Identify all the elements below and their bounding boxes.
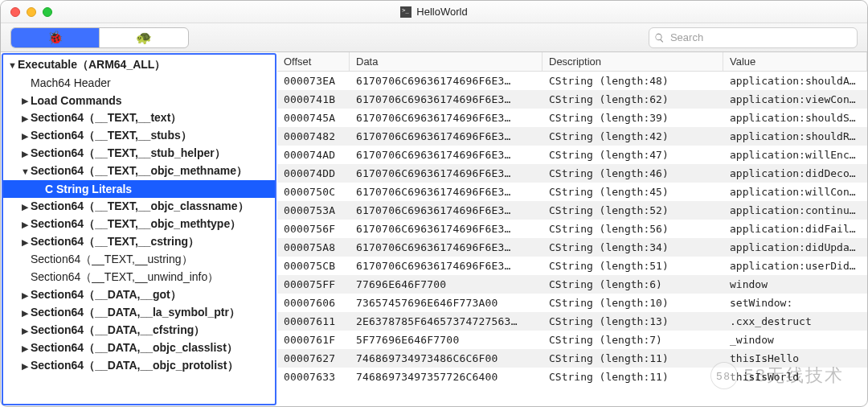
- table-row[interactable]: 000075A86170706C69636174696F6E3…CString …: [277, 238, 867, 257]
- sidebar-item[interactable]: ▶Section64（__TEXT,__unwind_info）: [3, 269, 275, 286]
- sidebar-item-label: Section64（__TEXT,__ustring）: [31, 253, 193, 267]
- sidebar-item[interactable]: ▶Section64（__DATA,__la_symbol_ptr）: [3, 304, 275, 322]
- table-row[interactable]: 0000763374686973497357726C6400CString (l…: [277, 368, 867, 386]
- cell-value: thisIsWorld: [723, 368, 867, 385]
- disclosure-spacer: ▶: [35, 184, 43, 195]
- col-header-offset[interactable]: Offset: [277, 52, 350, 71]
- table-row[interactable]: 0000760673657457696E646F773A00CString (l…: [277, 294, 867, 312]
- table-row[interactable]: 0000756F6170706C69636174696F6E3…CString …: [277, 220, 867, 238]
- cell-description: CString (length:52): [542, 202, 723, 219]
- sidebar-item[interactable]: ▶Section64（__DATA,__got）: [3, 286, 275, 304]
- cell-description: CString (length:10): [542, 294, 723, 311]
- sidebar-item[interactable]: ▶Section64（__TEXT,__text）: [3, 109, 275, 127]
- view-mode-segment-0[interactable]: 🐞: [11, 28, 100, 47]
- cell-offset: 0000761F: [277, 331, 350, 348]
- table-row[interactable]: 000073EA6170706C69636174696F6E3…CString …: [277, 72, 867, 90]
- table-row[interactable]: 000075CB6170706C69636174696F6E3…CString …: [277, 257, 867, 275]
- chevron-right-icon[interactable]: ▶: [21, 220, 29, 230]
- sidebar-item[interactable]: ▼Section64（__TEXT,__objc_methname）: [3, 162, 275, 180]
- cell-value: application:userDidAcc…: [723, 257, 867, 274]
- cell-data: 6170706C69636174696F6E3…: [350, 128, 542, 145]
- chevron-right-icon[interactable]: ▶: [21, 237, 29, 248]
- chevron-right-icon[interactable]: ▶: [21, 290, 29, 301]
- body: ▼Executable（ARM64_ALL）▶Mach64 Header▶Loa…: [1, 52, 867, 406]
- chevron-down-icon[interactable]: ▼: [21, 166, 29, 176]
- sidebar-item-label: Load Commands: [31, 94, 122, 107]
- chevron-down-icon[interactable]: ▼: [8, 60, 16, 70]
- table-row[interactable]: 000076112E6378785F64657374727563…CString…: [277, 312, 867, 331]
- cell-value: application:didDecodeR…: [723, 165, 867, 182]
- table-body[interactable]: 000073EA6170706C69636174696F6E3…CString …: [277, 72, 867, 406]
- cell-offset: 000075CB: [277, 257, 350, 274]
- table-row[interactable]: 0000741B6170706C69636174696F6E3…CString …: [277, 90, 867, 109]
- sidebar-item[interactable]: ▶Section64（__TEXT,__objc_methtype）: [3, 216, 275, 233]
- chevron-right-icon[interactable]: ▶: [21, 131, 29, 142]
- cell-value: window: [723, 276, 867, 293]
- sidebar-item-label: Section64（__DATA,__objc_classlist）: [31, 341, 238, 356]
- cell-offset: 00007633: [277, 368, 350, 385]
- search-field[interactable]: [649, 27, 858, 48]
- cell-description: CString (length:39): [542, 109, 723, 126]
- col-header-data[interactable]: Data: [350, 52, 542, 71]
- cell-offset: 000074AD: [277, 146, 350, 163]
- table-row[interactable]: 000074DD6170706C69636174696F6E3…CString …: [277, 164, 867, 183]
- sidebar-item-label: C String Literals: [45, 183, 132, 195]
- chevron-right-icon[interactable]: ▶: [21, 343, 29, 354]
- table-row[interactable]: 0000753A6170706C69636174696F6E3…CString …: [277, 201, 867, 220]
- sidebar-item[interactable]: ▶Section64（__TEXT,__cstring）: [3, 233, 275, 251]
- sidebar-item[interactable]: ▶Section64（__TEXT,__stubs）: [3, 127, 275, 145]
- sidebar-item-label: Section64（__DATA,__la_symbol_ptr）: [31, 306, 240, 320]
- sidebar-item[interactable]: ▶Section64（__DATA,__cfstring）: [3, 322, 275, 339]
- sidebar-item[interactable]: ▼Executable（ARM64_ALL）: [3, 56, 275, 74]
- chevron-right-icon[interactable]: ▶: [21, 361, 29, 372]
- view-mode-segmented[interactable]: 🐞🐢: [10, 27, 189, 48]
- main-panel: Offset Data Description Value 000073EA61…: [277, 52, 867, 406]
- chevron-right-icon[interactable]: ▶: [21, 149, 29, 159]
- view-mode-segment-1[interactable]: 🐢: [100, 28, 188, 47]
- chevron-right-icon[interactable]: ▶: [21, 202, 29, 212]
- sidebar-item-label: Section64（__TEXT,__objc_classname）: [31, 199, 249, 214]
- chevron-right-icon[interactable]: ▶: [21, 96, 29, 106]
- cell-description: CString (length:47): [542, 146, 723, 163]
- sidebar-item[interactable]: ▶Section64（__TEXT,__ustring）: [3, 251, 275, 269]
- cell-description: CString (length:11): [542, 368, 723, 385]
- cell-description: CString (length:7): [542, 331, 723, 348]
- segment-icon: 🐞: [47, 30, 63, 45]
- cell-value: _window: [723, 331, 867, 348]
- sidebar-item[interactable]: ▶C String Literals: [3, 180, 275, 198]
- col-header-description[interactable]: Description: [542, 52, 723, 71]
- search-input[interactable]: [669, 31, 852, 44]
- cell-data: 6170706C69636174696F6E3…: [350, 146, 542, 163]
- toolbar: 🐞🐢: [1, 23, 867, 52]
- disclosure-spacer: ▶: [21, 78, 29, 88]
- sidebar-item[interactable]: ▶Mach64 Header: [3, 74, 275, 92]
- cell-data: 6170706C69636174696F6E3…: [350, 202, 542, 219]
- cell-description: CString (length:6): [542, 276, 723, 293]
- table-row[interactable]: 00007627746869734973486C6C6F00CString (l…: [277, 349, 867, 368]
- chevron-right-icon[interactable]: ▶: [21, 326, 29, 336]
- sidebar-item[interactable]: ▶Section64（__TEXT,__stub_helper）: [3, 145, 275, 162]
- sidebar-item[interactable]: ▶Section64（__DATA,__objc_protolist）: [3, 357, 275, 375]
- cell-offset: 0000756F: [277, 220, 350, 237]
- sidebar-item[interactable]: ▶Load Commands: [3, 92, 275, 109]
- table-row[interactable]: 000075FF77696E646F7700CString (length:6)…: [277, 275, 867, 294]
- col-header-value[interactable]: Value: [723, 52, 867, 71]
- minimize-icon[interactable]: [27, 7, 36, 17]
- maximize-icon[interactable]: [43, 7, 52, 17]
- chevron-right-icon[interactable]: ▶: [21, 113, 29, 124]
- table-row[interactable]: 0000750C6170706C69636174696F6E3…CString …: [277, 183, 867, 201]
- sidebar-navigator[interactable]: ▼Executable（ARM64_ALL）▶Mach64 Header▶Loa…: [2, 53, 276, 405]
- table-row[interactable]: 0000745A6170706C69636174696F6E3…CString …: [277, 109, 867, 127]
- disclosure-spacer: ▶: [21, 273, 29, 283]
- table-row[interactable]: 000074AD6170706C69636174696F6E3…CString …: [277, 146, 867, 164]
- close-icon[interactable]: [10, 7, 20, 17]
- sidebar-item[interactable]: ▶Section64（__DATA,__objc_classlist）: [3, 339, 275, 357]
- sidebar-item[interactable]: ▶Section64（__TEXT,__objc_classname）: [3, 198, 275, 216]
- cell-offset: 00007611: [277, 313, 350, 330]
- chevron-right-icon[interactable]: ▶: [21, 308, 29, 319]
- table-row[interactable]: 000074826170706C69636174696F6E3…CString …: [277, 127, 867, 146]
- disclosure-spacer: ▶: [21, 255, 29, 265]
- table-row[interactable]: 0000761F5F77696E646F7700CString (length:…: [277, 331, 867, 349]
- cell-offset: 000075FF: [277, 276, 350, 293]
- cell-description: CString (length:45): [542, 183, 723, 200]
